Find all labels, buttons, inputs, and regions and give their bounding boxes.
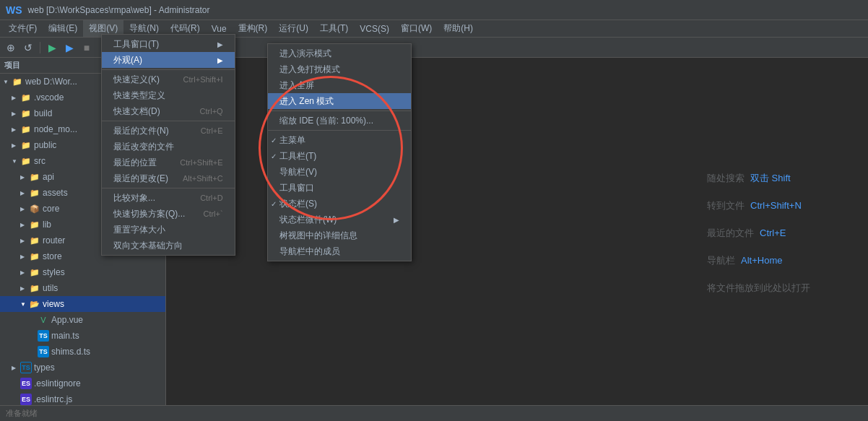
tree-item-shims[interactable]: ▶ TS shims.d.ts <box>0 344 165 360</box>
menu-recent-changes-shortcut: Alt+Shift+C <box>168 174 223 183</box>
label-utils: utils <box>43 283 58 293</box>
icon-maints: TS <box>38 330 49 342</box>
menu-recent-locations[interactable]: 最近的位置 Ctrl+Shift+E <box>102 155 235 170</box>
submenu-zen[interactable]: 进入 Zen 模式 <box>268 93 411 109</box>
arrow-public: ▶ <box>12 142 20 149</box>
toolbar-refresh[interactable]: ↺ <box>20 40 36 56</box>
app-logo: WS <box>6 4 22 16</box>
label-router: router <box>43 235 65 246</box>
hint-search: 随处搜索 双击 Shift <box>707 172 810 185</box>
menu-recent-changed[interactable]: 最近改变的文件 <box>102 139 235 155</box>
submenu-navbar-members[interactable]: 导航栏中的成员 <box>268 243 411 259</box>
hint-nav-key: Alt+Home <box>741 255 782 266</box>
label-api: api <box>43 172 54 182</box>
statusbar: 准备就绪 <box>0 405 868 421</box>
hint-recent-prefix: 最近的文件 <box>707 227 754 240</box>
hint-nav: 导航栏 Alt+Home <box>707 254 810 267</box>
menu-quick-switch-shortcut: Ctrl+` <box>188 209 222 218</box>
menu-tools[interactable]: 工具(T) <box>314 20 354 37</box>
label-public: public <box>34 140 56 150</box>
icon-store-folder: 📁 <box>29 251 40 262</box>
menu-quick-doc-label: 快速文档(D) <box>113 105 160 118</box>
check-statusbar: ✓ <box>271 200 277 208</box>
menu-compare[interactable]: 比较对象... Ctrl+D <box>102 190 235 206</box>
menu-edit[interactable]: 编辑(E) <box>43 20 83 37</box>
submenu-main-menu-label: 主菜单 <box>279 134 305 147</box>
menu-bidi-label: 双向文本基础方向 <box>113 240 183 252</box>
menu-appearance-label: 外观(A) <box>113 54 142 66</box>
submenu-tree-details[interactable]: 树视图中的详细信息 <box>268 227 411 243</box>
label-core: core <box>43 204 59 214</box>
menu-bidi[interactable]: 双向文本基础方向 <box>102 238 235 253</box>
menu-tool-windows[interactable]: 工具窗口(T) ▶ <box>102 36 235 52</box>
check-main-menu: ✓ <box>271 136 277 144</box>
menu-sep-2 <box>102 121 235 121</box>
tree-item-views[interactable]: ▼ 📂 views <box>0 296 165 312</box>
submenu-navbar[interactable]: 导航栏(V) <box>268 164 411 180</box>
window-title: web [D:\WorkSpaces\rmpa\web] - Administr… <box>28 5 210 15</box>
status-text: 准备就绪 <box>6 408 38 419</box>
submenu-statuswidgets-label: 状态栏微件(W) <box>279 214 337 226</box>
menu-help[interactable]: 帮助(H) <box>438 20 479 37</box>
label-eslintrc: .eslintrc.js <box>34 394 72 404</box>
submenu-fullscreen[interactable]: 进入全屏 <box>268 77 411 93</box>
toolbar-sep-1 <box>40 42 40 53</box>
tree-item-appvue[interactable]: ▶ V App.vue <box>0 312 165 328</box>
submenu-toolwindow[interactable]: 工具窗口 <box>268 180 411 196</box>
arrow-core: ▶ <box>20 206 29 212</box>
arrow-vscode: ▶ <box>12 95 20 101</box>
menu-quick-def[interactable]: 快速定义(K) Ctrl+Shift+I <box>102 71 235 87</box>
menu-file[interactable]: 文件(F) <box>3 20 43 37</box>
menu-tool-windows-label: 工具窗口(T) <box>113 38 159 51</box>
label-build: build <box>34 108 52 118</box>
submenu-presentation[interactable]: 进入演示模式 <box>268 45 411 61</box>
menu-quick-type[interactable]: 快速类型定义 <box>102 87 235 103</box>
label-maints: main.ts <box>51 331 79 341</box>
hint-search-prefix: 随处搜索 <box>707 172 745 185</box>
menu-reset-font[interactable]: 重置字体大小 <box>102 222 235 238</box>
menu-appearance[interactable]: 外观(A) ▶ <box>102 52 235 68</box>
menu-run[interactable]: 运行(U) <box>273 20 314 37</box>
label-views: views <box>43 299 64 309</box>
tree-item-maints[interactable]: ▶ TS main.ts <box>0 328 165 344</box>
tree-item-eslintignore[interactable]: ▶ ES .eslintignore <box>0 376 165 391</box>
menu-vcs[interactable]: VCS(S) <box>354 20 395 37</box>
toolbar-stop-grey[interactable]: ■ <box>79 40 95 56</box>
tree-item-styles[interactable]: ▶ 📁 styles <box>0 264 165 280</box>
hint-nav-prefix: 导航栏 <box>707 254 735 267</box>
hint-file-prefix: 转到文件 <box>707 199 745 212</box>
menu-recent-files[interactable]: 最近的文件(N) Ctrl+E <box>102 123 235 139</box>
submenu-statusbar[interactable]: ✓ 状态栏(S) <box>268 196 411 212</box>
menu-recent-changes[interactable]: 最近的更改(E) Alt+Shift+C <box>102 170 235 186</box>
menu-quick-doc-shortcut: Ctrl+Q <box>186 107 223 116</box>
submenu-navbar-members-label: 导航栏中的成员 <box>279 246 340 258</box>
arrow-store: ▶ <box>20 253 29 260</box>
menu-quick-switch[interactable]: 快速切换方案(Q)... Ctrl+` <box>102 206 235 222</box>
toolbar-new[interactable]: ⊕ <box>3 40 19 56</box>
arrow-nodemodules: ▶ <box>12 126 20 133</box>
toolbar-run-green[interactable]: ▶ <box>44 40 60 56</box>
menu-refactor[interactable]: 重构(R) <box>233 20 274 37</box>
submenu-statuswidgets[interactable]: 状态栏微件(W) ▶ <box>268 212 411 227</box>
submenu-navbar-label: 导航栏(V) <box>279 166 317 178</box>
menu-tool-windows-arrow: ▶ <box>217 40 223 48</box>
toolbar-run-blue[interactable]: ▶ <box>61 40 77 56</box>
titlebar: WS web [D:\WorkSpaces\rmpa\web] - Admini… <box>0 0 868 20</box>
label-assets: assets <box>43 188 68 198</box>
tree-item-utils[interactable]: ▶ 📁 utils <box>0 280 165 296</box>
submenu-toolbar-label: 工具栏(T) <box>279 150 316 162</box>
menu-compare-label: 比较对象... <box>113 192 155 204</box>
submenu-main-menu[interactable]: ✓ 主菜单 <box>268 132 411 148</box>
submenu-statuswidgets-arrow: ▶ <box>394 216 399 224</box>
label-nodemodules: node_mo... <box>34 124 77 134</box>
menu-window[interactable]: 窗口(W) <box>395 20 438 37</box>
submenu-zoom[interactable]: 缩放 IDE (当前: 100%)... <box>268 113 411 129</box>
submenu-toolbar[interactable]: ✓ 工具栏(T) <box>268 148 411 164</box>
icon-types-folder: TS <box>20 362 32 373</box>
hint-drag: 将文件拖放到此处以打开 <box>707 282 810 295</box>
tree-item-types[interactable]: ▶ TS types <box>0 360 165 376</box>
hint-file: 转到文件 Ctrl+Shift+N <box>707 199 810 212</box>
label-eslintignore: .eslintignore <box>34 378 81 389</box>
menu-quick-doc[interactable]: 快速文档(D) Ctrl+Q <box>102 103 235 119</box>
submenu-distraction[interactable]: 进入免打扰模式 <box>268 61 411 77</box>
